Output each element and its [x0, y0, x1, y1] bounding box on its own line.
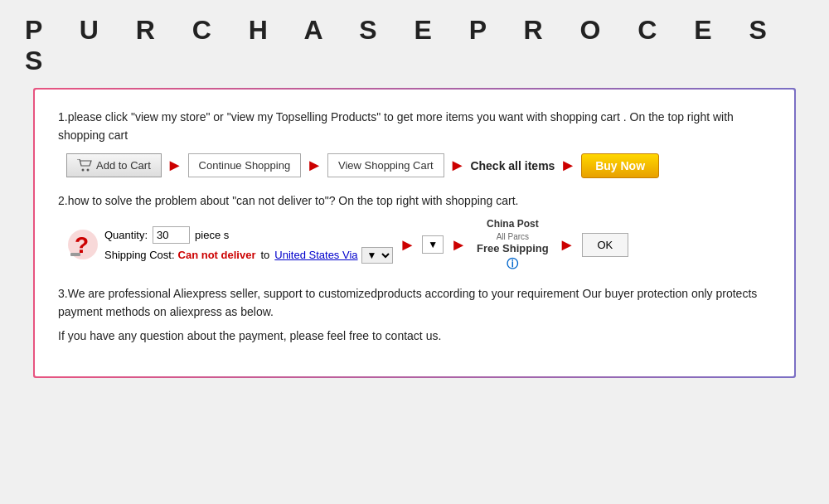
buy-now-button[interactable]: Buy Now [581, 153, 659, 178]
china-post-sub: All Parcs [497, 231, 529, 242]
arrow-2: ► [306, 156, 322, 175]
step2-row: ? Quantity: piece s Shipping Cost: Can n… [66, 218, 771, 271]
ok-label: OK [598, 239, 613, 251]
shipping-label: Shipping Cost: [104, 249, 175, 261]
quantity-input[interactable] [153, 226, 190, 244]
step3-paragraph2: If you have any question about the payme… [58, 327, 771, 345]
quantity-row: Quantity: piece s [104, 226, 393, 244]
svg-point-0 [82, 169, 85, 172]
main-card-wrapper: 1.please click "view my store" or "view … [33, 88, 796, 378]
question-icon: ? [66, 228, 99, 261]
cannot-deliver-text: Can not deliver [178, 249, 256, 261]
svg-point-1 [87, 169, 90, 172]
to-text: to [260, 249, 269, 261]
quantity-unit: piece s [195, 229, 229, 241]
arrow-7: ► [559, 235, 575, 254]
shipping-link[interactable]: United States Via [274, 249, 357, 261]
shipping-fields: Quantity: piece s Shipping Cost: Can not… [104, 226, 393, 264]
view-cart-label: View Shopping Cart [338, 159, 434, 172]
quantity-label: Quantity: [104, 229, 148, 241]
circle-check-icon: ⓘ [507, 256, 518, 271]
page-title: P U R C H A S E P R O C E S S [25, 15, 804, 76]
cart-icon [77, 159, 92, 172]
free-shipping-box: Free Shipping ⓘ [477, 242, 549, 271]
add-to-cart-label: Add to Cart [96, 159, 151, 172]
buy-now-label: Buy Now [595, 159, 645, 172]
dropdown-arrow-button[interactable]: ▼ [422, 235, 444, 254]
svg-rect-4 [70, 253, 80, 256]
continue-shopping-label: Continue Shopping [199, 159, 291, 172]
arrow-1: ► [167, 156, 183, 175]
check-all-label: Check all items [470, 159, 555, 172]
ok-button[interactable]: OK [582, 233, 629, 257]
step1-section: 1.please click "view my store" or "view … [58, 108, 771, 178]
arrow-6: ► [450, 235, 467, 254]
step3-paragraph1: 3.We are professional Aliexpress seller,… [58, 284, 771, 322]
arrow-5: ► [400, 235, 416, 254]
page-header: P U R C H A S E P R O C E S S [0, 0, 829, 85]
view-cart-button[interactable]: View Shopping Cart [327, 153, 444, 177]
main-card: 1.please click "view my store" or "view … [35, 90, 794, 376]
step2-paragraph: 2.how to solve the problem about "can no… [58, 191, 771, 210]
shipping-dropdown[interactable]: ▼ [361, 247, 393, 264]
china-post-title: China Post [487, 218, 539, 231]
step1-button-row: Add to Cart ► Continue Shopping ► View S… [66, 153, 771, 178]
china-post-box: China Post All Parcs Free Shipping ⓘ [477, 218, 549, 271]
step2-section: 2.how to solve the problem about "can no… [58, 191, 771, 271]
step1-paragraph: 1.please click "view my store" or "view … [58, 108, 771, 145]
arrow-4: ► [560, 156, 576, 175]
continue-shopping-button[interactable]: Continue Shopping [188, 153, 302, 177]
shipping-row: Shipping Cost: Can not deliver to United… [104, 247, 393, 264]
free-shipping-label: Free Shipping [477, 242, 549, 256]
step3-section: 3.We are professional Aliexpress seller,… [58, 284, 771, 345]
add-to-cart-button[interactable]: Add to Cart [66, 153, 162, 177]
arrow-3: ► [449, 156, 466, 175]
